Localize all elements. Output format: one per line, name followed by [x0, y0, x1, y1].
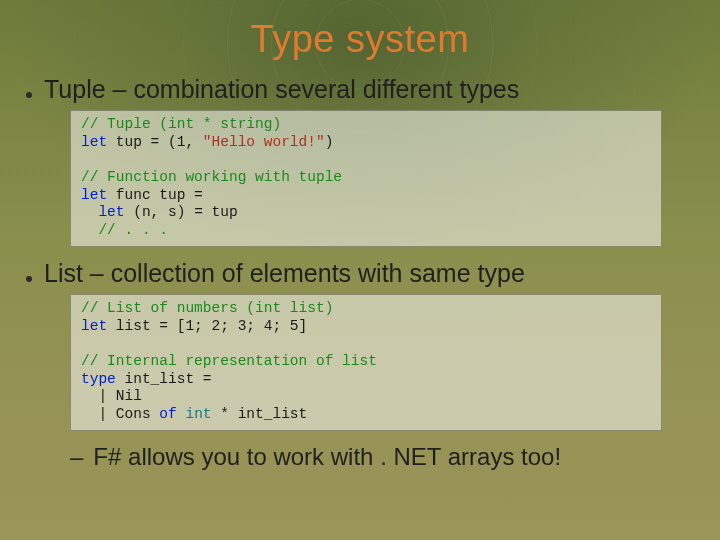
bullet-text: List – collection of elements with same …: [44, 259, 525, 288]
sub-bullet: – F# allows you to work with . NET array…: [70, 443, 694, 471]
bullet-tuple: Tuple – combination several different ty…: [26, 75, 694, 247]
code-text: list = [1; 2; 3; 4; 5]: [107, 318, 307, 334]
code-keyword: type: [81, 371, 116, 387]
code-text: tup = (1,: [107, 134, 203, 150]
code-string: "Hello world!": [203, 134, 325, 150]
sub-bullet-list: – F# allows you to work with . NET array…: [70, 443, 694, 471]
code-text: | Nil: [81, 388, 142, 404]
code-text: | Cons: [81, 406, 159, 422]
code-text: * int_list: [212, 406, 308, 422]
code-text: (n, s) = tup: [125, 204, 238, 220]
bullet-list-item: List – collection of elements with same …: [26, 259, 694, 471]
sub-bullet-text: F# allows you to work with . NET arrays …: [93, 443, 561, 471]
slide: Type system Tuple – combination several …: [0, 0, 720, 540]
code-keyword: let: [81, 318, 107, 334]
code-keyword: let: [81, 134, 107, 150]
code-text: func tup =: [107, 187, 203, 203]
code-block-tuple: // Tuple (int * string) let tup = (1, "H…: [70, 110, 662, 247]
bullet-list: Tuple – combination several different ty…: [26, 75, 694, 471]
code-keyword: let: [81, 187, 107, 203]
code-text: ): [325, 134, 334, 150]
bullet-dot-icon: [26, 276, 32, 282]
code-block-list: // List of numbers (int list) let list =…: [70, 294, 662, 431]
code-line: // Tuple (int * string): [81, 116, 281, 132]
code-text: int_list =: [116, 371, 212, 387]
bullet-text: Tuple – combination several different ty…: [44, 75, 519, 104]
page-title: Type system: [26, 18, 694, 61]
bullet-dot-icon: [26, 92, 32, 98]
code-keyword: let: [81, 204, 125, 220]
code-type: int: [185, 406, 211, 422]
code-line: // Function working with tuple: [81, 169, 342, 185]
code-line: // . . .: [81, 222, 168, 238]
code-line: // List of numbers (int list): [81, 300, 333, 316]
dash-icon: –: [70, 445, 83, 469]
code-keyword: of: [159, 406, 176, 422]
code-line: // Internal representation of list: [81, 353, 377, 369]
